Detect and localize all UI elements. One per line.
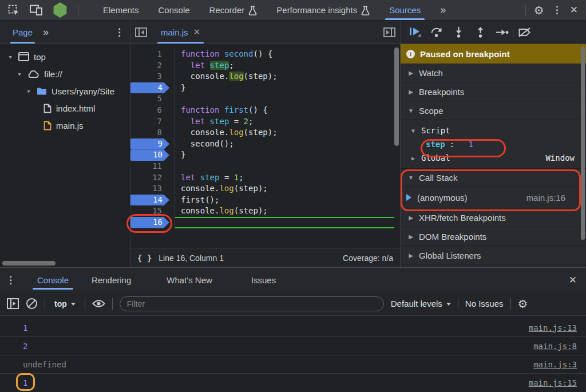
kebab-menu-icon[interactable]: ⋮ [552, 4, 562, 16]
step-over-icon[interactable] [426, 23, 448, 41]
editor-tab-mainjs[interactable]: main.js ✕ [155, 21, 206, 43]
breakpoint-marker-line-9[interactable]: 9 [130, 138, 175, 150]
breakpoint-marker-line-16[interactable]: 16 [130, 217, 175, 228]
settings-gear-icon[interactable]: ⚙ [534, 5, 544, 16]
step-icon[interactable] [491, 23, 513, 41]
line-number[interactable]: 8 [130, 127, 175, 138]
code-area[interactable]: 1function second() {2 let step;3 console… [130, 44, 400, 248]
breakpoint-marker-line-10[interactable]: 10 [130, 149, 175, 161]
breakpoint-marker-line-14[interactable]: 14 [130, 195, 175, 206]
drawer-tab-rendering[interactable]: Rendering [80, 268, 142, 292]
line-number[interactable]: 6 [130, 105, 175, 116]
code-text[interactable]: second(); [175, 138, 394, 150]
resume-script-icon[interactable] [404, 23, 426, 41]
drawer-tab-issues[interactable]: Issues [240, 268, 287, 292]
log-levels-dropdown[interactable]: Default levels [391, 299, 451, 308]
tab-elements[interactable]: Elements [93, 0, 149, 20]
clear-console-icon[interactable] [26, 298, 38, 310]
drawer-tab-whats-new[interactable]: What's New [155, 268, 224, 292]
step-into-icon[interactable] [448, 23, 469, 41]
tree-item-file-[interactable]: ▾file:// [0, 65, 130, 82]
code-text[interactable] [175, 93, 394, 105]
code-text[interactable] [175, 217, 394, 228]
inspect-icon[interactable] [8, 5, 19, 16]
line-number[interactable]: 2 [130, 60, 175, 72]
frame-location[interactable]: main.js:16 [526, 193, 565, 203]
section-call-stack[interactable]: ▼Call Stack [401, 168, 586, 187]
device-toolbar-icon[interactable] [30, 5, 42, 15]
tab-sources[interactable]: Sources [379, 0, 430, 20]
filter-input[interactable] [120, 296, 384, 311]
section-scope[interactable]: ▼Scope [401, 101, 586, 120]
eye-icon[interactable] [92, 299, 105, 308]
code-text[interactable]: console.log(step); [175, 127, 394, 138]
tab-performance-insights[interactable]: Performance insights [267, 0, 379, 20]
collapse-navigator-icon[interactable] [135, 27, 147, 37]
tree-item-users-ryany-site[interactable]: ▾Users/ryany/Site [0, 82, 130, 100]
navigator-kebab-icon[interactable]: ⋮ [114, 26, 124, 38]
code-text[interactable]: console.log(step); [175, 71, 394, 82]
console-settings-gear-icon[interactable]: ⚙ [518, 298, 528, 310]
section-watch[interactable]: ▶Watch [401, 64, 586, 82]
tab-page[interactable]: Page [10, 21, 35, 43]
line-number[interactable]: 15 [130, 205, 175, 217]
tab-console[interactable]: Console [149, 0, 200, 20]
breakpoint-marker-line-4[interactable]: 4 [130, 82, 175, 94]
context-selector[interactable]: top [52, 299, 78, 308]
disclosure-arrow-icon[interactable]: ▾ [25, 88, 32, 94]
scope-variable-step[interactable]: step: 1 [401, 137, 586, 151]
console-source-link[interactable]: main.js:8 [533, 342, 577, 351]
code-text[interactable] [175, 161, 394, 172]
code-text[interactable]: } [175, 82, 394, 94]
line-number[interactable]: 12 [130, 172, 175, 184]
tree-item-main-js[interactable]: main.js [0, 117, 130, 134]
line-number[interactable]: 3 [130, 71, 175, 82]
editor-vertical-scrollbar[interactable] [394, 47, 399, 146]
code-text[interactable]: console.log(step); [175, 205, 394, 217]
code-text[interactable]: first(); [175, 195, 394, 206]
line-number[interactable]: 11 [130, 161, 175, 172]
code-text[interactable]: function first() { [175, 105, 394, 116]
close-drawer-icon[interactable]: ✕ [569, 274, 577, 286]
more-tabs-button[interactable]: » [430, 0, 454, 20]
line-number[interactable]: 7 [130, 116, 175, 128]
line-number[interactable]: 1 [130, 49, 175, 60]
tab-recorder[interactable]: Recorder [200, 0, 267, 20]
node-icon[interactable] [53, 2, 68, 18]
more-navigator-tabs-icon[interactable]: » [43, 26, 47, 38]
console-source-link[interactable]: main.js:15 [529, 378, 577, 387]
drawer-kebab-icon[interactable]: ⋮ [6, 274, 15, 286]
disclosure-arrow-icon[interactable]: ▾ [7, 54, 14, 60]
scope-script-row[interactable]: ▼Script [401, 124, 586, 137]
call-stack-frame[interactable]: (anonymous) main.js:16 [401, 187, 586, 208]
line-number[interactable]: 5 [130, 93, 175, 105]
code-editor[interactable]: 1function second() {2 let step;3 console… [130, 44, 401, 267]
code-text[interactable]: let step; [175, 60, 394, 72]
code-text[interactable]: function second() { [175, 49, 394, 60]
section-breakpoints[interactable]: ▶Breakpoints [401, 82, 586, 101]
disclosure-arrow-icon[interactable]: ▾ [16, 71, 23, 77]
issues-counter[interactable]: No Issues [465, 299, 504, 308]
drawer-tab-console[interactable]: Console [26, 268, 80, 292]
debugger-vertical-scrollbar[interactable] [581, 46, 585, 240]
tree-item-top[interactable]: ▾top [0, 48, 130, 65]
section-xhr-breakpoints[interactable]: ▶XHR/fetch Breakpoints [401, 208, 586, 227]
navigator-horizontal-scrollbar[interactable] [2, 261, 56, 266]
line-number[interactable]: 13 [130, 183, 175, 195]
close-tab-icon[interactable]: ✕ [193, 27, 201, 37]
deactivate-breakpoints-icon[interactable] [513, 23, 535, 41]
toggle-debugger-sidebar-icon[interactable] [383, 27, 395, 37]
code-text[interactable]: let step = 2; [175, 116, 394, 128]
code-text[interactable]: console.log(step); [175, 183, 394, 195]
code-text[interactable]: } [175, 149, 394, 161]
scope-global-row[interactable]: ▶GlobalWindow [401, 151, 586, 165]
pretty-print-button[interactable]: { } [137, 254, 152, 263]
console-source-link[interactable]: main.js:13 [529, 323, 577, 332]
close-devtools-icon[interactable]: ✕ [570, 4, 578, 16]
step-out-icon[interactable] [469, 23, 491, 41]
section-global-listeners[interactable]: ▶Global Listeners [401, 246, 586, 265]
console-source-link[interactable]: main.js:3 [533, 360, 577, 369]
console-sidebar-icon[interactable] [7, 298, 19, 309]
code-text[interactable]: let step = 1; [175, 172, 394, 184]
section-dom-breakpoints[interactable]: ▶DOM Breakpoints [401, 227, 586, 246]
